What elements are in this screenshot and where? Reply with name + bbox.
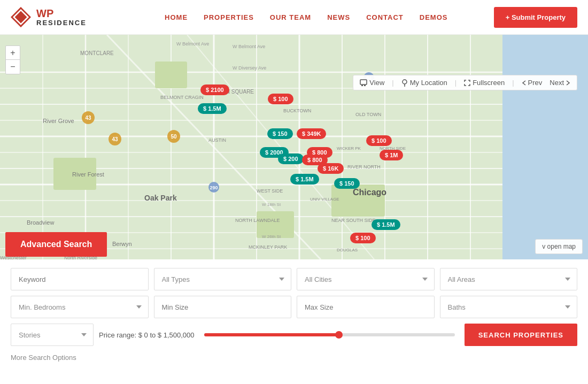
svg-rect-77 — [361, 85, 363, 86]
prev-button[interactable]: Prev — [522, 79, 543, 87]
svg-text:50: 50 — [171, 134, 177, 140]
map-pin-14[interactable]: $ 1.5M — [372, 219, 400, 230]
search-properties-button[interactable]: SEARCH PROPERTIES — [465, 324, 577, 346]
open-map-button[interactable]: v open map — [535, 239, 583, 254]
svg-text:W Belmont Ave: W Belmont Ave — [176, 41, 209, 47]
svg-rect-76 — [360, 80, 367, 85]
map-pin-3[interactable]: $ 150 — [267, 128, 293, 139]
svg-point-79 — [403, 80, 407, 84]
map-pin-0[interactable]: $ 2100 — [200, 85, 229, 95]
prev-icon — [522, 80, 526, 86]
svg-text:AUSTIN: AUSTIN — [208, 137, 226, 143]
map-toolbar: View | My Location | Fullscreen | Prev N… — [353, 75, 577, 90]
svg-text:W 26th St: W 26th St — [262, 234, 281, 239]
all-areas-select[interactable]: All Areas — [440, 268, 578, 290]
logo-text: WP RESIDENCE — [36, 7, 87, 27]
min-size-input[interactable] — [154, 296, 292, 318]
header: WP RESIDENCE HOME PROPERTIES OUR TEAM NE… — [0, 0, 588, 35]
view-label: View — [369, 79, 384, 87]
price-slider-thumb[interactable] — [335, 331, 343, 339]
price-slider[interactable] — [204, 333, 455, 336]
price-slider-fill — [204, 333, 339, 336]
svg-text:W 18th St: W 18th St — [262, 202, 281, 207]
logo-icon — [11, 7, 31, 27]
svg-text:W Diversey Ave: W Diversey Ave — [233, 65, 266, 71]
more-search-options[interactable]: More Search Options — [11, 351, 577, 364]
svg-text:Chicago: Chicago — [353, 188, 386, 197]
search-row-1: All Types All Cities All Areas — [11, 268, 577, 290]
svg-text:MONTCLARE: MONTCLARE — [80, 50, 114, 56]
map-pin-4[interactable]: $ 349K — [297, 128, 326, 139]
advanced-search-button[interactable]: Advanced Search — [5, 232, 107, 257]
svg-rect-2 — [502, 35, 588, 259]
svg-text:Oak Park: Oak Park — [144, 194, 177, 202]
nav-home[interactable]: HOME — [165, 13, 188, 21]
map-pin-12[interactable]: $ 1.5M — [290, 174, 319, 185]
next-button[interactable]: Next — [550, 79, 570, 87]
svg-text:UNIV VILLAGE: UNIV VILLAGE — [310, 197, 339, 202]
map-background: Oak Park Chicago River Grove River Fores… — [0, 35, 588, 259]
map-container: Oak Park Chicago River Grove River Fores… — [0, 35, 588, 259]
my-location-button[interactable]: My Location — [401, 79, 447, 87]
svg-text:43: 43 — [85, 115, 91, 121]
stories-select[interactable]: Stories — [11, 324, 94, 346]
map-pin-11[interactable]: $ 16K — [318, 163, 344, 174]
svg-text:River Forest: River Forest — [72, 171, 104, 178]
svg-text:River Grove: River Grove — [43, 118, 74, 124]
svg-text:NORTH LAWNDALE: NORTH LAWNDALE — [235, 218, 280, 223]
baths-select[interactable]: Baths — [440, 296, 578, 318]
svg-rect-29 — [155, 62, 187, 88]
svg-text:RIVER NORTH: RIVER NORTH — [347, 164, 381, 170]
svg-text:WICKER PK: WICKER PK — [337, 146, 361, 151]
nav-our-team[interactable]: OUR TEAM — [270, 13, 311, 21]
fullscreen-label: Fullscreen — [473, 79, 505, 87]
submit-property-button[interactable]: + Submit Property — [494, 7, 577, 28]
next-label: Next — [550, 79, 564, 87]
max-size-input[interactable] — [297, 296, 435, 318]
view-button[interactable]: View — [360, 79, 384, 87]
logo-residence: RESIDENCE — [36, 19, 87, 27]
main-nav: HOME PROPERTIES OUR TEAM NEWS CONTACT DE… — [119, 13, 494, 21]
map-pin-10[interactable]: $ 1M — [380, 150, 403, 160]
zoom-out-button[interactable]: − — [6, 60, 20, 74]
nav-news[interactable]: NEWS — [327, 13, 350, 21]
svg-text:OLD TOWN: OLD TOWN — [355, 112, 381, 117]
all-cities-select[interactable]: All Cities — [297, 268, 435, 290]
zoom-in-button[interactable]: + — [6, 46, 20, 60]
keyword-input[interactable] — [11, 268, 149, 290]
svg-text:NEAR SOUTH SIDE: NEAR SOUTH SIDE — [331, 218, 376, 223]
svg-text:BUCKTOWN: BUCKTOWN — [283, 108, 311, 113]
zoom-controls: + − — [5, 45, 20, 74]
logo-wp: WP — [36, 7, 87, 19]
map-pin-8[interactable]: $ 200 — [278, 153, 304, 164]
nav-contact[interactable]: CONTACT — [366, 13, 404, 21]
map-pin-5[interactable]: $ 100 — [366, 135, 392, 146]
svg-text:290: 290 — [210, 185, 218, 190]
svg-text:DOUGLAS: DOUGLAS — [337, 248, 358, 252]
map-pin-15[interactable]: $ 100 — [350, 233, 376, 243]
svg-text:W Belmont Ave: W Belmont Ave — [233, 44, 265, 49]
fullscreen-button[interactable]: Fullscreen — [464, 79, 505, 87]
my-location-label: My Location — [410, 79, 447, 87]
search-form: All Types All Cities All Areas Min. Bedr… — [0, 259, 588, 369]
svg-text:43: 43 — [112, 136, 118, 142]
svg-text:MCKINLEY PARK: MCKINLEY PARK — [249, 244, 287, 250]
price-label: Price range: $ 0 to $ 1,500,000 — [99, 331, 195, 339]
map-pin-13[interactable]: $ 150 — [334, 178, 360, 189]
nav-demos[interactable]: DEMOS — [420, 13, 448, 21]
location-pin-icon — [401, 79, 408, 87]
nav-properties[interactable]: PROPERTIES — [204, 13, 254, 21]
prev-label: Prev — [528, 79, 543, 87]
svg-text:BELMONT CRAGIN: BELMONT CRAGIN — [160, 95, 204, 100]
svg-text:Berwyn: Berwyn — [112, 241, 132, 247]
logo: WP RESIDENCE — [11, 7, 87, 27]
map-pin-2[interactable]: $ 1.5M — [198, 103, 227, 114]
svg-rect-78 — [364, 85, 366, 86]
view-icon — [360, 79, 367, 87]
price-range-row: Stories Price range: $ 0 to $ 1,500,000 … — [11, 324, 577, 346]
search-row-2: Min. Bedrooms Baths — [11, 296, 577, 318]
svg-text:WEST SIDE: WEST SIDE — [257, 188, 283, 194]
all-types-select[interactable]: All Types — [154, 268, 292, 290]
min-bedrooms-select[interactable]: Min. Bedrooms — [11, 296, 149, 318]
map-pin-1[interactable]: $ 100 — [268, 94, 293, 104]
